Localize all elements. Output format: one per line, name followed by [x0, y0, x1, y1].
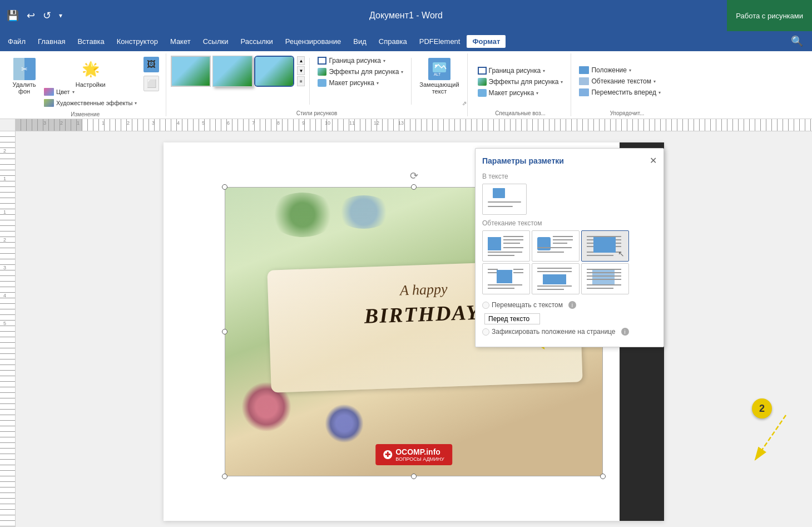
- styles-scroll-down[interactable]: ▼: [297, 66, 305, 75]
- menu-mailing[interactable]: Рассылки: [235, 35, 278, 48]
- menu-view[interactable]: Вид: [348, 35, 372, 48]
- sep1: [309, 58, 310, 105]
- section2-title: Обтекание текстом: [482, 219, 657, 227]
- position-label: Положение: [591, 66, 626, 74]
- menu-pdfelement[interactable]: PDFElement: [414, 35, 466, 48]
- insert-picture-button[interactable]: 🖼: [141, 56, 161, 73]
- alt-text-button[interactable]: ALT Замещающийтекст: [416, 56, 462, 97]
- artistic-dropdown-arrow: ▾: [135, 101, 137, 106]
- menu-format[interactable]: Формат: [467, 35, 506, 48]
- customize-icon[interactable]: ▾: [57, 9, 65, 22]
- special-effects-button[interactable]: Эффекты для рисунка ▾: [474, 77, 567, 87]
- bring-forward-button[interactable]: Переместить вперед ▾: [576, 87, 664, 97]
- alt-text-label: Замещающийтекст: [419, 81, 459, 95]
- work-with-pictures-label: Работа с рисунками: [727, 0, 812, 31]
- ocomp-badge: ✚ OCOMP.info ВОПРОСЫ АДМИНУ: [375, 444, 452, 465]
- layout-label: Макет рисунка: [329, 79, 374, 87]
- layout-option-topbottom[interactable]: [532, 263, 580, 294]
- rotate-handle[interactable]: ⟳: [408, 170, 419, 181]
- layout-option-behind[interactable]: [581, 263, 629, 294]
- wrap-text-button[interactable]: Обтекание текстом ▾: [576, 76, 658, 86]
- ocomp-text: OCOMP.info ВОПРОСЫ АДМИНУ: [395, 447, 444, 462]
- special-border-button[interactable]: Граница рисунка ▾: [474, 66, 549, 76]
- wrap-options: ↖: [482, 230, 657, 294]
- border-arrow: ▾: [383, 58, 385, 63]
- remove-bg-button[interactable]: ✂ Удалитьфон: [9, 56, 39, 97]
- move-info-icon[interactable]: i: [568, 301, 576, 309]
- picture-border-button[interactable]: Граница рисунка ▾: [314, 56, 407, 66]
- menu-home[interactable]: Главная: [32, 35, 71, 48]
- document-area[interactable]: ⟳ A happy: [16, 131, 812, 527]
- color-label: Цвет: [56, 88, 70, 95]
- redo-icon[interactable]: ↺: [41, 7, 53, 24]
- menu-layout[interactable]: Макет: [165, 35, 196, 48]
- menu-file[interactable]: Файл: [2, 35, 31, 48]
- handle-bottom-right[interactable]: [600, 474, 606, 479]
- move-with-text-radio[interactable]: [482, 302, 489, 309]
- menu-insert[interactable]: Вставка: [72, 35, 110, 48]
- layout-option-infront[interactable]: ↖: [581, 230, 629, 262]
- special-layout-button[interactable]: Макет рисунка ▾: [474, 88, 542, 98]
- color-button[interactable]: Цвет ▾: [42, 87, 139, 97]
- artistic-effects-button[interactable]: Художественные эффекты ▾: [42, 98, 139, 108]
- menu-help[interactable]: Справка: [373, 35, 413, 48]
- style-rounded[interactable]: [254, 56, 294, 87]
- picture-layout-button[interactable]: Макет рисунка ▾: [314, 78, 407, 88]
- styles-expand-icon[interactable]: ⬀: [462, 100, 467, 106]
- position-text-input[interactable]: [484, 313, 540, 324]
- toolbar-icons: 💾 ↩ ↺ ▾: [4, 7, 65, 24]
- change-group-title: Изменение: [9, 110, 161, 117]
- menu-design[interactable]: Конструктор: [111, 35, 164, 48]
- handle-bottom-center[interactable]: [411, 474, 417, 479]
- panel-header: Параметры разметки ✕: [482, 155, 657, 166]
- fix-position-row: Зафиксировать положение на странице i: [482, 328, 657, 336]
- style-plain[interactable]: [171, 56, 211, 87]
- inline-options: [482, 184, 657, 215]
- ocomp-main-text: OCOMP.info: [395, 447, 444, 456]
- svg-point-1: [435, 65, 437, 67]
- border-icon: [318, 57, 326, 65]
- layout-option-tight[interactable]: [532, 230, 580, 262]
- horizontal-ruler: 3 2 1 1 2 3 4 5 6 7 8 9 10 11 12 13: [16, 119, 812, 131]
- foliage-left: [269, 193, 336, 237]
- layout-option-through[interactable]: [482, 263, 530, 294]
- move-with-text-option[interactable]: Перемещать с текстом: [482, 301, 563, 309]
- section1-title: В тексте: [482, 173, 657, 180]
- handle-bottom-left[interactable]: [222, 474, 227, 479]
- style-shadow[interactable]: [212, 56, 252, 87]
- forward-label: Переместить вперед: [591, 88, 656, 96]
- corrections-button[interactable]: 🌟 Настройки: [72, 56, 109, 90]
- handle-top-left[interactable]: [222, 184, 227, 190]
- inline-preview: [485, 186, 524, 213]
- corrections-icon: 🌟: [80, 58, 102, 80]
- layout-option-square[interactable]: [482, 230, 530, 262]
- fix-position-option[interactable]: Зафиксировать положение на странице: [482, 328, 616, 336]
- topbottom-preview: [534, 265, 577, 292]
- behind-preview: [583, 265, 627, 292]
- wrap-arrow: ▾: [653, 79, 656, 84]
- handle-middle-left[interactable]: [222, 329, 227, 334]
- tight-preview: [534, 233, 577, 259]
- ribbon-group-styles: ▲ ▼ ≡ Граница рисунка ▾ Эффекты для рису…: [166, 53, 467, 116]
- ribbon-group-styles-content: ▲ ▼ ≡ Граница рисунка ▾ Эффекты для рису…: [171, 53, 462, 109]
- fix-position-radio[interactable]: [482, 328, 489, 336]
- position-button[interactable]: Положение ▾: [576, 65, 634, 75]
- layout-panel: Параметры разметки ✕ В тексте: [475, 148, 664, 347]
- window-title: Документ1 - Word: [369, 11, 443, 21]
- remove-bg-label: Удалитьфон: [13, 81, 36, 95]
- panel-title: Параметры разметки: [482, 156, 564, 165]
- styles-expand[interactable]: ≡: [297, 76, 305, 86]
- menu-references[interactable]: Ссылки: [197, 35, 234, 48]
- fix-info-icon[interactable]: i: [621, 328, 629, 336]
- undo-icon[interactable]: ↩: [24, 7, 37, 24]
- styles-scroll-up[interactable]: ▲: [297, 56, 305, 65]
- picture-effects-button[interactable]: Эффекты для рисунка ▾: [314, 67, 407, 77]
- layout-option-inline[interactable]: [482, 184, 527, 215]
- panel-close-button[interactable]: ✕: [650, 155, 657, 166]
- save-icon[interactable]: 💾: [4, 7, 21, 24]
- handle-top-center[interactable]: [411, 184, 417, 190]
- menu-review[interactable]: Рецензирование: [280, 35, 346, 48]
- picture-frame-button[interactable]: ⬜: [141, 75, 161, 92]
- search-button[interactable]: 🔍: [784, 33, 810, 50]
- ocomp-sub-text: ВОПРОСЫ АДМИНУ: [395, 456, 444, 462]
